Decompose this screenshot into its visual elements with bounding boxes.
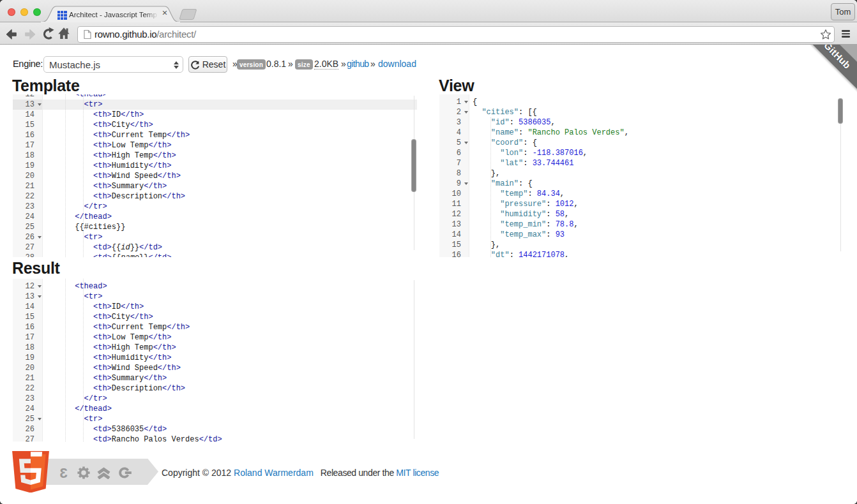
svg-text:3: 3: [59, 466, 67, 479]
